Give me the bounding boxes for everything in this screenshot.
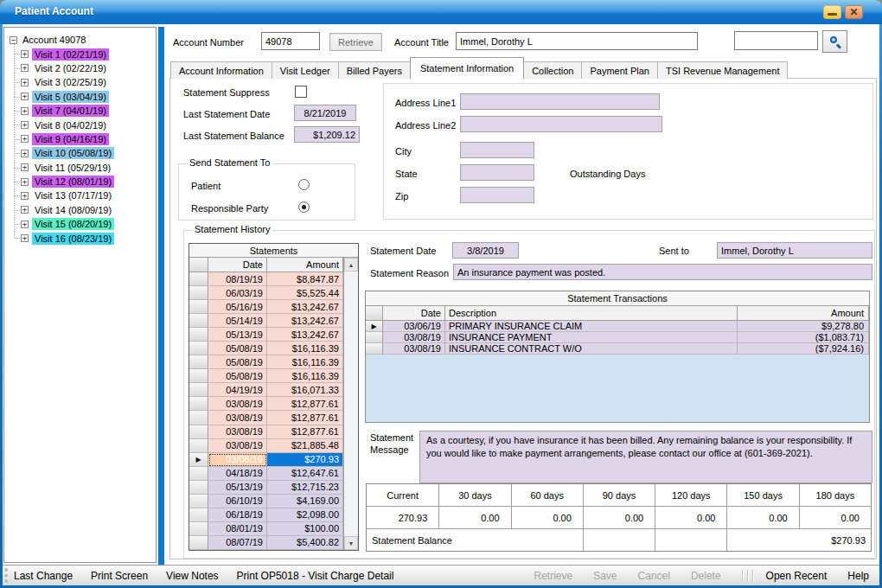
statement-history-row[interactable]: 05/13/19$12,715.23: [189, 481, 343, 495]
statement-history-row[interactable]: 05/08/19$16,116.39: [189, 342, 343, 355]
row-marker[interactable]: [189, 342, 208, 355]
tree-item-visit[interactable]: +Visit 9 (04/16/19): [21, 132, 154, 146]
statement-history-row[interactable]: 05/08/19$16,116.39: [189, 355, 343, 369]
tree-item-account[interactable]: − Account 49078: [10, 33, 154, 47]
statement-history-row[interactable]: 05/08/19$16,116.39: [189, 369, 343, 383]
statement-history-row[interactable]: 03/08/19$12,877.61: [189, 397, 343, 411]
row-marker[interactable]: [189, 411, 208, 425]
statement-date-cell[interactable]: 03/08/19: [208, 453, 267, 467]
statement-history-row[interactable]: 05/13/19$13,242.67: [189, 328, 343, 342]
txn-date-cell[interactable]: 03/08/19: [383, 332, 445, 343]
statement-date-cell[interactable]: 05/14/19: [208, 314, 267, 328]
row-marker[interactable]: [189, 439, 208, 453]
statements-scrollbar[interactable]: ▲ ▼: [343, 258, 358, 550]
send-to-radio[interactable]: [298, 201, 310, 213]
state-input[interactable]: [460, 164, 534, 181]
statement-date-cell[interactable]: 06/03/19: [208, 286, 267, 300]
expand-icon[interactable]: +: [21, 178, 29, 186]
statement-history-row[interactable]: 05/14/19$13,242.67: [189, 314, 343, 328]
row-marker[interactable]: [189, 369, 208, 383]
date-column-header[interactable]: Date: [208, 258, 267, 272]
txn-amount-cell[interactable]: ($7,924.16): [738, 343, 869, 355]
row-marker[interactable]: [189, 495, 208, 508]
statement-amount-cell[interactable]: $12,647.61: [267, 467, 343, 481]
tab-billed-payers[interactable]: Billed Payers: [338, 61, 411, 79]
expand-icon[interactable]: +: [21, 220, 29, 228]
statement-history-row[interactable]: 03/08/19$12,877.61: [189, 411, 343, 425]
statement-date-cell[interactable]: 03/08/19: [208, 397, 267, 411]
statement-history-row[interactable]: ▶03/08/19$270.93: [189, 453, 343, 467]
tree-item-visit[interactable]: +Visit 7 (04/01/19): [21, 104, 154, 118]
statement-history-row[interactable]: 08/19/19$8,847.87: [189, 272, 343, 286]
statement-suppress-checkbox[interactable]: [295, 86, 307, 98]
statement-amount-cell[interactable]: $270.93: [267, 453, 343, 467]
tab-payment-plan[interactable]: Payment Plan: [581, 61, 657, 79]
statement-amount-cell[interactable]: $100.00: [267, 522, 343, 536]
expand-icon[interactable]: +: [21, 192, 29, 200]
transaction-row[interactable]: 03/08/19INSURANCE PAYMENT($1,083.71): [366, 332, 869, 343]
send-to-radio[interactable]: [298, 179, 310, 190]
scroll-track[interactable]: [344, 272, 358, 536]
row-marker[interactable]: [189, 397, 208, 411]
statement-date-cell[interactable]: 05/16/19: [208, 300, 267, 314]
tab-account-information[interactable]: Account Information: [170, 61, 272, 79]
statusbar-command-cancel[interactable]: Cancel: [638, 570, 670, 582]
expand-icon[interactable]: +: [21, 79, 29, 86]
expand-icon[interactable]: +: [21, 135, 29, 143]
address-line1-input[interactable]: [460, 93, 660, 110]
scroll-up-icon[interactable]: ▲: [344, 258, 358, 272]
tree-item-visit[interactable]: +Visit 10 (05/08/19): [21, 146, 154, 160]
transaction-row[interactable]: ▶03/06/19PRIMARY INSURANCE CLAIM$9,278.8…: [366, 321, 869, 332]
statement-amount-cell[interactable]: $5,525.44: [267, 286, 343, 300]
statement-amount-cell[interactable]: $16,116.39: [267, 355, 343, 369]
statement-message-box[interactable]: As a courtesy, if you have insurance it …: [419, 431, 872, 483]
panel-splitter[interactable]: [158, 27, 164, 565]
statement-history-row[interactable]: 05/16/19$13,242.67: [189, 300, 343, 314]
account-title-input[interactable]: Immel, Dorothy L: [456, 32, 698, 50]
statement-date-cell[interactable]: 08/19/19: [208, 272, 267, 286]
statement-history-row[interactable]: 03/08/19$12,877.61: [189, 425, 343, 439]
expand-icon[interactable]: +: [21, 50, 29, 58]
statement-amount-cell[interactable]: $13,242.67: [267, 300, 343, 314]
transaction-row[interactable]: 03/08/19INSURANCE CONTRACT W/O($7,924.16…: [366, 343, 869, 355]
statement-date-cell[interactable]: 05/08/19: [208, 355, 267, 369]
txn-amount-cell[interactable]: ($1,083.71): [738, 332, 869, 343]
statement-amount-cell[interactable]: $12,715.23: [267, 481, 343, 495]
statement-date-cell[interactable]: 04/19/19: [208, 383, 267, 397]
current-row-marker-icon[interactable]: ▶: [189, 453, 208, 467]
expand-icon[interactable]: +: [21, 163, 29, 171]
statement-amount-cell[interactable]: $13,242.67: [267, 314, 343, 328]
last-statement-balance-field[interactable]: $1,209.12: [294, 126, 360, 143]
txn-description-cell[interactable]: INSURANCE CONTRACT W/O: [445, 343, 738, 355]
statement-history-row[interactable]: 03/08/19$21,885.48: [189, 439, 343, 453]
statement-history-row[interactable]: 08/01/19$100.00: [189, 522, 343, 536]
expand-icon[interactable]: +: [21, 234, 29, 242]
txn-description-cell[interactable]: INSURANCE PAYMENT: [445, 332, 738, 343]
statusbar-command-delete[interactable]: Delete: [691, 570, 721, 582]
statement-amount-cell[interactable]: $16,116.39: [267, 342, 343, 355]
expand-icon[interactable]: +: [21, 121, 29, 129]
tree-item-visit[interactable]: +Visit 16 (08/23/19): [21, 231, 154, 245]
statement-date-cell[interactable]: 03/08/19: [208, 439, 267, 453]
tab-tsi-revenue-management[interactable]: TSI Revenue Management: [657, 61, 788, 79]
close-button[interactable]: ✕: [845, 5, 863, 19]
txn-description-header[interactable]: Description: [445, 306, 738, 320]
statusbar-command-view-notes[interactable]: View Notes: [166, 570, 218, 582]
row-marker[interactable]: [189, 383, 208, 397]
tree-item-visit[interactable]: +Visit 14 (08/09/19): [21, 203, 154, 217]
tab-visit-ledger[interactable]: Visit Ledger: [272, 61, 339, 79]
expand-icon[interactable]: +: [21, 64, 29, 72]
minimize-button[interactable]: [823, 5, 841, 19]
statusbar-command-print-op5018-visit-charge-detail[interactable]: Print OP5018 - Visit Charge Detail: [237, 570, 394, 582]
statement-date-cell[interactable]: 06/10/19: [208, 495, 267, 508]
city-input[interactable]: [460, 142, 534, 158]
expand-icon[interactable]: +: [21, 206, 29, 214]
row-marker[interactable]: [189, 314, 208, 328]
statement-date-field[interactable]: 3/8/2019: [452, 242, 519, 259]
txn-amount-cell[interactable]: $9,278.80: [738, 321, 869, 332]
statement-amount-cell[interactable]: $5,400.82: [267, 536, 343, 550]
tree-item-visit[interactable]: +Visit 12 (08/01/19): [21, 175, 154, 189]
statement-history-row[interactable]: 04/18/19$12,647.61: [189, 467, 343, 481]
row-marker[interactable]: [366, 343, 383, 355]
row-marker[interactable]: [366, 332, 383, 343]
